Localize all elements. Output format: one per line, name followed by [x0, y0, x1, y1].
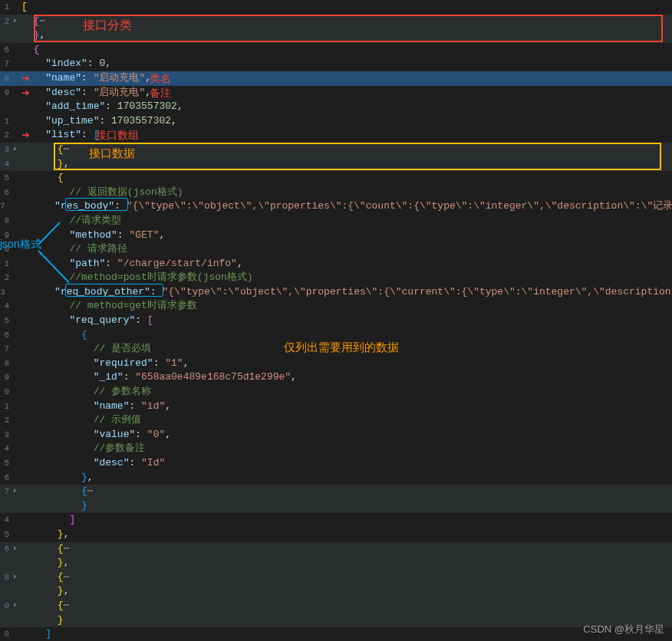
line-content[interactable]: }: [20, 499, 87, 514]
line-number: 8: [0, 627, 9, 641]
code-line[interactable]: },: [0, 556, 672, 570]
code-line[interactable]: 1 "name": "id",: [0, 399, 672, 414]
highlight-res-body: [65, 198, 128, 211]
line-content[interactable]: // 是否必填: [20, 342, 151, 357]
code-line[interactable]: 8 "name": "启动充电",: [0, 71, 672, 86]
code-line[interactable]: 2 // 示例值: [0, 413, 672, 428]
line-content[interactable]: "add_time": 1703557302,: [20, 100, 183, 114]
code-line[interactable]: 8 ]: [0, 627, 672, 641]
line-number: 6: [0, 542, 9, 557]
line-content[interactable]: //请求类型: [20, 214, 121, 228]
chevron-right-icon[interactable]: ›: [9, 143, 20, 157]
line-number: 5: [0, 314, 9, 328]
line-number: 6: [0, 43, 9, 58]
code-line[interactable]: 6 {: [0, 328, 672, 343]
code-line[interactable]: 7 "index": 0,: [0, 57, 672, 71]
line-content[interactable]: },: [20, 584, 69, 599]
line-content[interactable]: "desc": "Id": [20, 456, 165, 471]
code-line[interactable]: 1 "up_time": 1703557302,: [0, 114, 672, 129]
line-number: 9: [0, 370, 9, 385]
code-line[interactable]: 0 // 请求路径: [0, 242, 672, 257]
code-line[interactable]: 6 },: [0, 471, 672, 485]
line-number: 6: [0, 186, 9, 200]
line-number: 4: [0, 157, 9, 172]
chevron-right-icon[interactable]: ›: [9, 570, 20, 585]
line-content[interactable]: },: [20, 556, 69, 570]
chevron-right-icon[interactable]: ›: [9, 485, 20, 499]
code-line[interactable]: 8 "required": "1",: [0, 357, 672, 371]
line-content[interactable]: {: [20, 328, 87, 343]
line-number: 2: [0, 271, 9, 285]
line-content[interactable]: // 示例值: [20, 413, 141, 428]
line-content[interactable]: // method=get时请求参数: [20, 299, 197, 314]
line-content[interactable]: //参数备注: [20, 442, 145, 456]
line-content[interactable]: ]: [20, 627, 51, 641]
line-content[interactable]: "list": [: [20, 128, 99, 143]
code-line[interactable]: 4 // method=get时请求参数: [0, 299, 672, 314]
code-line[interactable]: 0 // 参数名称: [0, 385, 672, 399]
code-line[interactable]: 4 //参数备注: [0, 442, 672, 456]
chevron-right-icon[interactable]: ›: [9, 15, 20, 29]
code-line[interactable]: 5 "req_query": [: [0, 314, 672, 328]
code-area[interactable]: 1[2› {⋯ },6 {7 "index": 0,8 "name": "启动充…: [0, 0, 672, 641]
code-line[interactable]: 7 // 是否必填: [0, 342, 672, 357]
code-line[interactable]: }: [0, 499, 672, 514]
chevron-right-icon[interactable]: ›: [9, 599, 20, 613]
code-line[interactable]: 6 {: [0, 43, 672, 58]
line-content[interactable]: "name": "id",: [20, 399, 171, 414]
highlight-req-body-other: [65, 284, 163, 297]
code-line[interactable]: 5 {: [0, 171, 672, 186]
line-content[interactable]: {⋯: [20, 542, 69, 557]
arrow-icon: ➔: [21, 127, 30, 143]
code-line[interactable]: "add_time": 1703557302,: [0, 100, 672, 114]
line-content[interactable]: "value": "0",: [20, 428, 171, 442]
line-content[interactable]: }: [20, 613, 64, 628]
code-line[interactable]: },: [0, 584, 672, 599]
line-content[interactable]: {: [20, 171, 64, 186]
line-content[interactable]: },: [20, 528, 69, 542]
line-content[interactable]: "name": "启动充电",: [20, 71, 151, 86]
line-content[interactable]: "path": "/charge/start/info",: [20, 257, 243, 271]
line-number: 1: [0, 399, 9, 414]
code-line[interactable]: 9 "method": "GET",: [0, 228, 672, 243]
line-content[interactable]: },: [20, 471, 94, 485]
line-content[interactable]: "_id": "658aa0e489e168c75d1e299e",: [20, 370, 297, 385]
line-content[interactable]: "req_query": [: [20, 314, 153, 328]
code-line[interactable]: 1[: [0, 0, 672, 15]
line-content[interactable]: // 请求路径: [20, 242, 127, 257]
line-content[interactable]: {: [20, 43, 39, 58]
line-content[interactable]: {⋯: [20, 485, 94, 499]
line-number: 5: [0, 456, 9, 471]
line-content[interactable]: {⋯: [20, 570, 69, 585]
line-content[interactable]: ]: [20, 513, 75, 528]
chevron-right-icon[interactable]: ›: [9, 542, 20, 557]
line-number: 6: [0, 328, 9, 343]
line-number: 3: [0, 285, 5, 300]
code-line[interactable]: 9 "_id": "658aa0e489e168c75d1e299e",: [0, 370, 672, 385]
code-line[interactable]: 7› {⋯: [0, 485, 672, 499]
line-content[interactable]: "desc": "启动充电",: [20, 86, 151, 100]
line-content[interactable]: "index": 0,: [20, 57, 111, 71]
line-number: 4: [0, 513, 9, 528]
code-line[interactable]: 4 ]: [0, 513, 672, 528]
line-content[interactable]: // 参数名称: [20, 385, 151, 399]
line-content[interactable]: "required": "1",: [20, 357, 189, 371]
line-number: 1: [0, 0, 9, 15]
code-line[interactable]: 0› {⋯: [0, 599, 672, 613]
line-number: 2: [0, 15, 9, 29]
code-line[interactable]: 2 "list": [: [0, 128, 672, 143]
line-number: 5: [0, 171, 9, 186]
code-line[interactable]: 9 "desc": "启动充电",: [0, 86, 672, 100]
code-line[interactable]: 6› {⋯: [0, 542, 672, 557]
code-line[interactable]: 5 "desc": "Id": [0, 456, 672, 471]
code-line[interactable]: }: [0, 613, 672, 628]
line-content[interactable]: [: [20, 0, 28, 15]
code-editor[interactable]: 1[2› {⋯ },6 {7 "index": 0,8 "name": "启动充…: [0, 0, 672, 641]
line-content[interactable]: {⋯: [20, 599, 69, 613]
code-line[interactable]: 8› {⋯: [0, 570, 672, 585]
code-line[interactable]: 1 "path": "/charge/start/info",: [0, 257, 672, 271]
code-line[interactable]: 5 },: [0, 528, 672, 542]
code-line[interactable]: 8 //请求类型: [0, 214, 672, 228]
line-content[interactable]: "up_time": 1703557302,: [20, 114, 177, 129]
code-line[interactable]: 3 "value": "0",: [0, 428, 672, 442]
